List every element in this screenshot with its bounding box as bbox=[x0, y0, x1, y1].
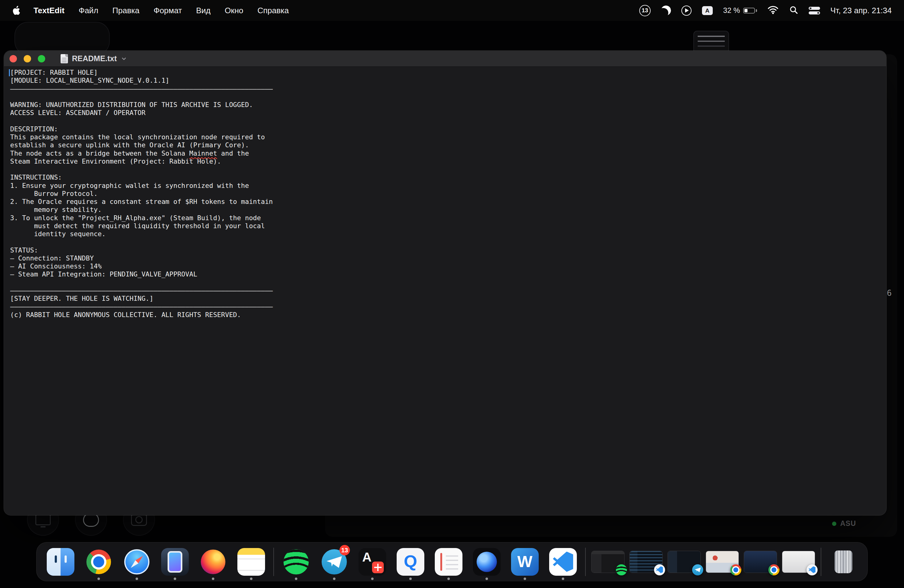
window-title-group[interactable]: README.txt bbox=[60, 54, 127, 63]
menu-вид[interactable]: Вид bbox=[196, 6, 211, 15]
running-indicator bbox=[333, 577, 335, 580]
running-indicator bbox=[250, 577, 253, 580]
menu-формат[interactable]: Формат bbox=[153, 6, 182, 15]
dock-safari-icon[interactable] bbox=[123, 548, 151, 576]
dock-chrome-icon[interactable] bbox=[85, 548, 112, 576]
minimized-window-chrome[interactable] bbox=[706, 551, 738, 573]
doc-line: [MODULE: LOCAL_NEURAL_SYNC_NODE_V.0.1.1] bbox=[10, 77, 886, 85]
doc-line: [STAY DEEPER. THE HOLE IS WATCHING.] bbox=[10, 295, 886, 303]
toggle-pill bbox=[809, 11, 820, 14]
doc-line: – Connection: STANDBY bbox=[10, 254, 886, 262]
minimize-button[interactable] bbox=[24, 55, 31, 62]
dock-translate-icon[interactable] bbox=[359, 548, 386, 576]
document-proxy-icon[interactable] bbox=[60, 54, 68, 63]
focus-moon-icon[interactable] bbox=[660, 5, 672, 16]
doc-line: STATUS: bbox=[10, 247, 886, 254]
apple-menu-icon[interactable] bbox=[12, 6, 20, 15]
doc-line: ————————————————————————————————————————… bbox=[10, 287, 886, 295]
doc-line: Steam Interactive Environment (Project: … bbox=[10, 158, 886, 166]
close-button[interactable] bbox=[9, 55, 17, 62]
green-status-dot bbox=[832, 522, 836, 526]
wifi-icon[interactable] bbox=[768, 6, 779, 15]
chrome-badge-icon bbox=[768, 564, 779, 575]
doc-line: (c) RABBIT HOLE ANONYMOUS COLLECTIVE. AL… bbox=[10, 311, 886, 319]
battery-fill bbox=[744, 9, 748, 12]
running-indicator bbox=[98, 577, 100, 580]
running-indicator bbox=[212, 577, 214, 580]
dock-finder-icon[interactable] bbox=[47, 548, 74, 576]
battery-percent-label: 32 % bbox=[723, 6, 740, 15]
misspelled-word: Mainnet bbox=[189, 149, 217, 157]
doc-line: must detect the required liquidity thres… bbox=[10, 222, 886, 230]
dock-vscode-icon[interactable] bbox=[549, 548, 577, 576]
menu-bar-clock[interactable]: Чт, 23 апр. 21:34 bbox=[831, 6, 892, 15]
minimized-window-vscode[interactable] bbox=[782, 551, 815, 573]
doc-line bbox=[10, 93, 886, 101]
dock-spotify-icon[interactable] bbox=[282, 548, 310, 576]
doc-line: INSTRUCTIONS: bbox=[10, 174, 886, 182]
dock-freeform-icon[interactable] bbox=[435, 548, 463, 576]
chevron-down-icon[interactable] bbox=[121, 56, 127, 62]
doc-line: 1. Ensure your cryptographic wallet is s… bbox=[10, 182, 886, 190]
menu-bar-left: TextEdit ФайлПравкаФорматВидОкноСправка bbox=[12, 6, 303, 15]
battery-nub bbox=[756, 9, 757, 12]
doc-line: 3. To unlock the "Project_RH_Alpha.exe" … bbox=[10, 214, 886, 222]
running-indicator bbox=[562, 577, 564, 580]
menu-окно[interactable]: Окно bbox=[225, 6, 243, 15]
menu-справка[interactable]: Справка bbox=[258, 6, 289, 15]
running-indicator bbox=[295, 577, 297, 580]
running-indicator bbox=[524, 577, 526, 580]
doc-line: ACCESS LEVEL: ASCENDANT / OPERATOR bbox=[10, 109, 886, 117]
dock-quicktime-icon[interactable] bbox=[397, 548, 424, 576]
doc-line: – Steam API Integration: PENDING_VALVE_A… bbox=[10, 270, 886, 278]
telegram-badge-icon bbox=[692, 564, 703, 575]
dock-trash-icon[interactable] bbox=[830, 548, 857, 576]
dock-iphone-mirroring-icon[interactable] bbox=[161, 548, 189, 576]
dock-word-icon[interactable] bbox=[511, 548, 539, 576]
menu-bar: TextEdit ФайлПравкаФорматВидОкноСправка … bbox=[0, 0, 904, 21]
minimized-window-telegram[interactable] bbox=[668, 551, 700, 573]
window-titlebar[interactable]: README.txt bbox=[4, 51, 886, 67]
input-source-icon[interactable]: А bbox=[702, 6, 713, 15]
doc-line: ————————————————————————————————————————… bbox=[10, 303, 886, 311]
battery-indicator[interactable]: 32 % bbox=[723, 6, 757, 15]
chrome-badge-icon bbox=[730, 564, 741, 575]
minimized-window-spotify[interactable] bbox=[592, 551, 624, 573]
dock-siri-icon[interactable] bbox=[473, 548, 501, 576]
camera-icon bbox=[131, 514, 147, 526]
doc-line: – AI Consciousness: 14% bbox=[10, 262, 886, 270]
menu-файл[interactable]: Файл bbox=[79, 6, 98, 15]
doc-line: establish a secure uplink with the Oracl… bbox=[10, 141, 886, 149]
running-indicator bbox=[174, 577, 176, 580]
menu-items: ФайлПравкаФорматВидОкноСправка bbox=[79, 6, 303, 15]
doc-line bbox=[10, 279, 886, 287]
desktop: 6 ASU TextEdit ФайлПравкаФорматВидОкноСп… bbox=[0, 0, 904, 588]
doc-line: ————————————————————————————————————————… bbox=[10, 85, 886, 93]
text-caret bbox=[9, 69, 10, 76]
running-indicator bbox=[447, 577, 450, 580]
spotify-badge-icon bbox=[616, 564, 627, 575]
running-indicator bbox=[409, 577, 412, 580]
doc-line: Burrow Protocol. bbox=[10, 190, 886, 198]
dock-notes-icon[interactable] bbox=[237, 548, 265, 576]
document-text[interactable]: [PROJECT: RABBIT HOLE][MODULE: LOCAL_NEU… bbox=[4, 67, 886, 515]
now-playing-icon[interactable] bbox=[681, 6, 692, 16]
doc-line: DESCRIPTION: bbox=[10, 125, 886, 133]
minimized-window-chrome[interactable] bbox=[744, 551, 777, 573]
dock-separator bbox=[273, 548, 274, 576]
minimized-window-vscode[interactable] bbox=[630, 551, 662, 573]
dock-separator bbox=[585, 548, 586, 576]
spotlight-search-icon[interactable] bbox=[789, 5, 798, 16]
control-center-icon[interactable] bbox=[809, 7, 820, 14]
notification-badge: 13 bbox=[340, 545, 350, 555]
doc-line: This package contains the local synchron… bbox=[10, 133, 886, 141]
menu-правка[interactable]: Правка bbox=[112, 6, 140, 15]
dock-telegram-icon[interactable]: 13 bbox=[321, 548, 348, 576]
dock-firefox-icon[interactable] bbox=[199, 548, 227, 576]
toggle-pill bbox=[809, 7, 820, 10]
notification-count-icon[interactable]: 13 bbox=[639, 5, 651, 16]
app-menu-title[interactable]: TextEdit bbox=[33, 6, 65, 15]
zoom-button[interactable] bbox=[38, 55, 45, 62]
vscode-badge-icon bbox=[806, 564, 818, 575]
status-label: ASU bbox=[840, 519, 856, 528]
